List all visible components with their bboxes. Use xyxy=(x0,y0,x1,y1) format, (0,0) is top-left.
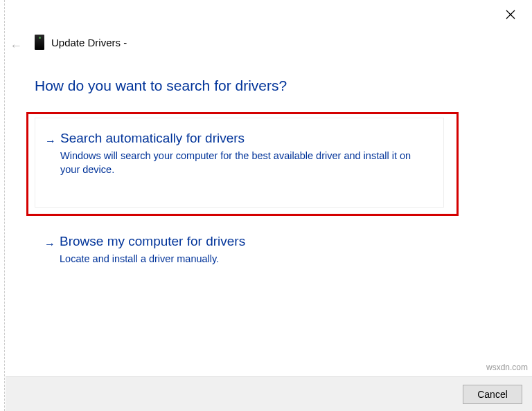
option-browse-computer[interactable]: → Browse my computer for drivers Locate … xyxy=(35,221,444,273)
watermark: wsxdn.com xyxy=(486,363,528,372)
close-button[interactable] xyxy=(506,10,518,22)
page-heading: How do you want to search for drivers? xyxy=(35,77,287,94)
window-left-edge xyxy=(4,0,5,411)
option-title: Browse my computer for drivers xyxy=(60,234,430,249)
option-description: Windows will search your computer for th… xyxy=(60,149,429,177)
option-title: Search automatically for drivers xyxy=(60,131,429,146)
arrow-right-icon: → xyxy=(45,135,56,147)
option-search-automatically[interactable]: → Search automatically for drivers Windo… xyxy=(35,118,444,208)
option-description: Locate and install a driver manually. xyxy=(60,252,430,266)
close-icon xyxy=(506,10,515,19)
dialog-footer: Cancel xyxy=(6,376,532,411)
dialog-header: Update Drivers - xyxy=(35,35,127,50)
device-icon xyxy=(35,35,44,50)
cancel-button[interactable]: Cancel xyxy=(463,385,522,404)
dialog-title: Update Drivers - xyxy=(51,37,127,48)
back-arrow-icon[interactable]: ← xyxy=(10,39,22,53)
arrow-right-icon: → xyxy=(44,238,55,250)
